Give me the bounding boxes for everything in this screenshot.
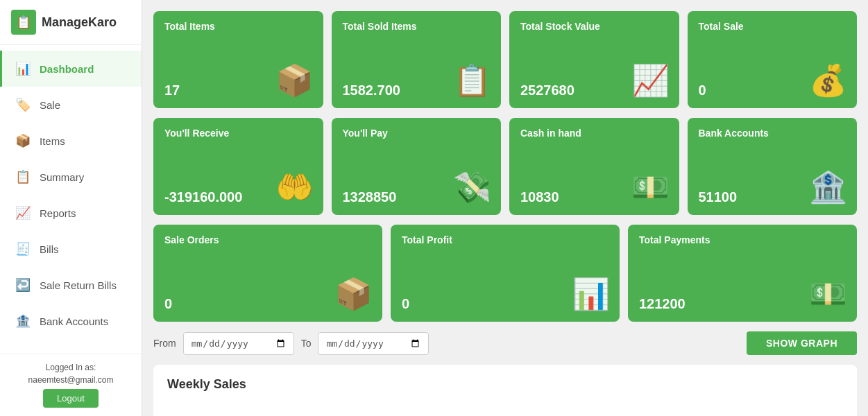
stat-title: Total Payments [639,234,846,245]
sidebar-item-summary[interactable]: 📋 Summary [0,159,142,195]
stat-icon: 💸 [453,169,491,205]
stat-card-total-sale: Total Sale 0 💰 [688,11,858,108]
from-date-input[interactable] [183,332,294,355]
logo-area: 📋 ManageKaro [0,0,142,45]
stat-icon: 💵 [809,276,847,312]
stat-card-bank-accounts: Bank Accounts 51100 🏦 [688,118,858,215]
stat-title: Total Sold Items [343,21,491,32]
weekly-sales-title: Weekly Sales [167,377,246,391]
stat-card-total-sold-items: Total Sold Items 1582.700 📋 [332,11,502,108]
to-label: To [301,338,312,349]
stat-card-cash-in-hand: Cash in hand 10830 💵 [509,118,679,215]
items-icon: 📦 [13,131,33,150]
stat-card-total-stock-value: Total Stock Value 2527680 📈 [509,11,679,108]
logged-in-label: Logged In as: [11,363,130,372]
stats-row-1: Total Items 17 📦 Total Sold Items 1582.7… [153,11,857,108]
sidebar-item-label: Sale Return Bills [40,279,117,291]
bills-icon: 🧾 [13,239,33,259]
sidebar-item-label: Dashboard [40,63,94,75]
logo-icon: 📋 [11,10,36,35]
stat-title: Sale Orders [164,234,371,245]
stat-card-total-profit: Total Profit 0 📊 [391,225,620,322]
stat-icon: 🏦 [809,169,847,205]
from-label: From [153,338,176,349]
sidebar-item-items[interactable]: 📦 Items [0,123,142,159]
stat-icon: 💵 [631,169,670,205]
stat-card-total-items: Total Items 17 📦 [153,11,323,108]
sidebar-item-label: Items [40,135,65,147]
main-content: Total Items 17 📦 Total Sold Items 1582.7… [142,0,868,416]
stat-icon: 📦 [334,276,373,312]
dashboard-icon: 📊 [13,59,33,78]
stat-title: Bank Accounts [699,128,846,139]
reports-icon: 📈 [13,203,33,223]
sidebar-item-label: Bills [40,243,59,255]
summary-icon: 📋 [13,167,33,187]
stat-icon: 📈 [631,62,670,98]
logout-button[interactable]: Logout [43,389,99,408]
stats-row-2: You'll Receive -319160.000 🤲 You'll Pay … [153,118,857,215]
filter-row: From To SHOW GRAPH [153,331,857,355]
sidebar-item-reports[interactable]: 📈 Reports [0,195,142,231]
stat-title: You'll Pay [343,128,491,139]
stat-card-youll-receive: You'll Receive -319160.000 🤲 [153,118,323,215]
user-email: naeemtest@gmail.com [11,375,130,385]
stat-title: Total Profit [402,234,609,245]
stat-title: Total Items [164,21,312,32]
weekly-sales-card: Weekly Sales [153,365,857,416]
stats-row-3: Sale Orders 0 📦 Total Profit 0 📊 Total P… [153,225,857,322]
stat-icon: 📦 [275,62,314,98]
sidebar-item-bank-accounts[interactable]: 🏦 Bank Accounts [0,303,142,339]
stat-title: You'll Receive [164,128,312,139]
sidebar-item-label: Summary [40,171,84,183]
sidebar-item-dashboard[interactable]: 📊 Dashboard [0,51,142,87]
sidebar-bottom: Logged In as: naeemtest@gmail.com Logout [0,354,142,416]
sidebar-item-sale-return-bills[interactable]: ↩️ Sale Return Bills [0,267,142,303]
bank-icon: 🏦 [13,311,33,331]
stat-card-youll-pay: You'll Pay 1328850 💸 [332,118,502,215]
sidebar-item-sale[interactable]: 🏷️ Sale [0,87,142,123]
sidebar-item-label: Sale [40,99,60,111]
sale-return-icon: ↩️ [13,275,33,295]
sidebar: 📋 ManageKaro 📊 Dashboard 🏷️ Sale 📦 Items… [0,0,142,416]
show-graph-button[interactable]: SHOW GRAPH [747,331,857,355]
stat-icon: 📋 [453,62,491,98]
stat-card-total-payments: Total Payments 121200 💵 [628,225,857,322]
stat-icon: 🤲 [275,169,314,205]
app-name: ManageKaro [42,15,117,30]
sidebar-item-bills[interactable]: 🧾 Bills [0,231,142,267]
sidebar-nav: 📊 Dashboard 🏷️ Sale 📦 Items 📋 Summary 📈 … [0,45,142,354]
to-date-input[interactable] [318,332,429,355]
stat-card-sale-orders: Sale Orders 0 📦 [153,225,382,322]
sidebar-item-label: Reports [40,207,76,219]
stat-title: Total Sale [699,21,846,32]
sidebar-item-label: Bank Accounts [40,315,108,327]
stat-icon: 📊 [572,276,610,312]
stat-title: Total Stock Value [520,21,668,32]
stat-title: Cash in hand [520,128,668,139]
stat-icon: 💰 [809,62,847,98]
sale-icon: 🏷️ [13,95,33,114]
